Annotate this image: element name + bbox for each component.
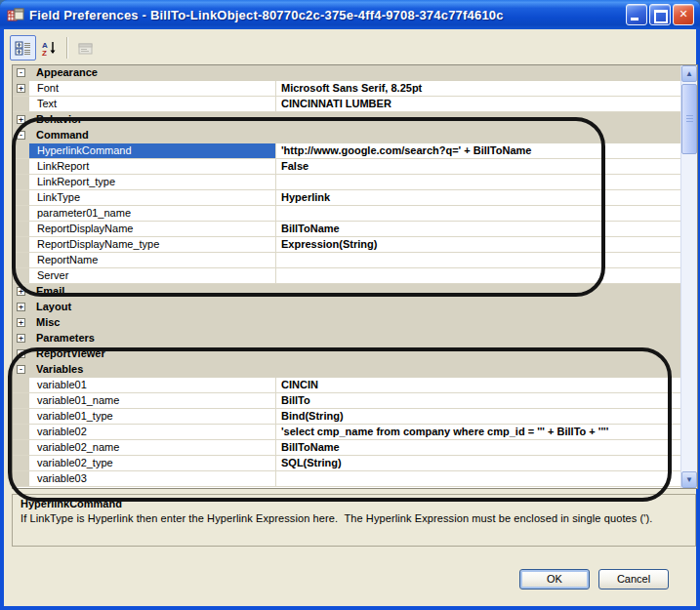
property-value[interactable]: Expression(String) <box>276 237 681 252</box>
property-name[interactable]: HyperlinkCommand <box>29 143 276 158</box>
expand-icon[interactable]: + <box>17 115 25 124</box>
category-row[interactable]: +Email <box>13 284 681 300</box>
row-gutter <box>13 190 29 205</box>
ok-button[interactable]: OK <box>519 569 590 590</box>
property-name[interactable]: variable03 <box>29 471 276 486</box>
property-name[interactable]: ReportDisplayName_type <box>29 237 276 252</box>
category-row[interactable]: +Misc <box>13 315 681 331</box>
category-row[interactable]: -Variables <box>13 362 681 378</box>
property-row[interactable]: variable01_nameBillTo <box>13 393 681 409</box>
property-row[interactable]: variable02_typeSQL(String) <box>13 456 681 471</box>
property-row[interactable]: LinkTypeHyperlink <box>13 190 681 206</box>
property-value[interactable]: 'http://www.google.com/search?q=' + Bill… <box>276 143 681 158</box>
category-label: Command <box>29 128 681 143</box>
collapse-icon[interactable]: - <box>17 365 25 374</box>
property-name[interactable]: Server <box>29 268 276 283</box>
expand-icon[interactable]: + <box>17 84 25 93</box>
close-icon: ✕ <box>679 8 687 20</box>
property-grid-toolbar: A Z <box>10 35 99 61</box>
expand-icon[interactable]: + <box>17 287 25 296</box>
maximize-button[interactable] <box>649 4 671 25</box>
property-row[interactable]: variable01_typeBind(String) <box>13 409 681 425</box>
category-label: Email <box>29 284 681 300</box>
property-value[interactable]: BillToName <box>276 222 681 236</box>
row-gutter <box>13 97 29 111</box>
property-row[interactable]: +FontMicrosoft Sans Serif, 8.25pt <box>13 81 681 97</box>
property-row[interactable]: HyperlinkCommand'http://www.google.com/s… <box>13 143 681 159</box>
property-pages-button <box>72 35 99 61</box>
property-name[interactable]: Font <box>29 81 276 96</box>
row-gutter <box>13 143 29 158</box>
property-name[interactable]: Text <box>29 97 276 111</box>
property-value[interactable]: BillToName <box>276 440 681 455</box>
close-button[interactable]: ✕ <box>673 4 694 25</box>
property-value[interactable]: 'select cmp_name from company where cmp_… <box>276 425 681 439</box>
category-row[interactable]: +ReportViewer <box>13 346 681 362</box>
property-row[interactable]: TextCINCINNATI LUMBER <box>13 97 681 112</box>
scroll-down-button[interactable]: ▼ <box>681 471 697 488</box>
category-row[interactable]: +Layout <box>13 300 681 315</box>
property-row[interactable]: Server <box>13 268 681 284</box>
expand-icon[interactable]: + <box>17 334 25 343</box>
property-row[interactable]: variable02_nameBillToName <box>13 440 681 456</box>
property-row[interactable]: parameter01_name <box>13 206 681 222</box>
property-value[interactable] <box>276 268 681 283</box>
collapse-icon[interactable]: - <box>17 68 25 77</box>
minimize-button[interactable] <box>626 4 647 25</box>
property-value[interactable]: False <box>276 159 681 174</box>
property-value[interactable]: Microsoft Sans Serif, 8.25pt <box>276 81 681 96</box>
property-row[interactable]: variable02'select cmp_name from company … <box>13 425 681 440</box>
property-name[interactable]: LinkReport <box>29 159 276 174</box>
property-name[interactable]: variable01_name <box>29 393 276 408</box>
row-gutter: + <box>13 300 29 315</box>
collapse-icon[interactable]: - <box>17 131 25 140</box>
property-row[interactable]: variable01CINCIN <box>13 378 681 393</box>
property-row[interactable]: LinkReport_type <box>13 175 681 190</box>
property-value[interactable]: Bind(String) <box>276 409 681 424</box>
cancel-button[interactable]: Cancel <box>598 569 669 590</box>
category-row[interactable]: +Parameters <box>13 331 681 346</box>
property-name[interactable]: variable01 <box>29 378 276 392</box>
property-name[interactable]: ReportName <box>29 253 276 267</box>
expand-icon[interactable]: + <box>17 349 25 358</box>
row-gutter: + <box>13 284 29 300</box>
property-value[interactable] <box>276 175 681 189</box>
row-gutter: + <box>13 331 29 346</box>
vertical-scrollbar[interactable]: ▲ ▼ <box>680 65 697 488</box>
alphabetical-button[interactable]: A Z <box>36 35 62 61</box>
property-name[interactable]: variable01_type <box>29 409 276 424</box>
property-name[interactable]: variable02_name <box>29 440 276 455</box>
property-value[interactable] <box>276 471 681 486</box>
category-row[interactable]: -Command <box>13 128 681 143</box>
property-row[interactable]: LinkReportFalse <box>13 159 681 175</box>
categorized-button[interactable] <box>10 35 36 61</box>
property-name[interactable]: ReportDisplayName <box>29 222 276 236</box>
description-text: If LinkType is Hyperlink then enter the … <box>21 512 687 524</box>
property-name[interactable]: variable02 <box>29 425 276 439</box>
property-name[interactable]: LinkType <box>29 190 276 205</box>
scroll-up-button[interactable]: ▲ <box>681 65 697 82</box>
row-gutter: - <box>13 128 29 143</box>
property-name[interactable]: parameter01_name <box>29 206 276 221</box>
category-row[interactable]: +Behavior <box>13 112 681 128</box>
scrollbar-thumb[interactable] <box>681 84 697 154</box>
row-gutter <box>13 268 29 283</box>
title-bar[interactable]: Field Preferences - BillTo-LinkObject-80… <box>0 0 700 29</box>
property-row[interactable]: ReportDisplayNameBillToName <box>13 222 681 237</box>
property-value[interactable] <box>276 206 681 221</box>
category-row[interactable]: -Appearance <box>13 65 681 81</box>
expand-icon[interactable]: + <box>17 318 25 327</box>
property-value[interactable]: SQL(String) <box>276 456 681 470</box>
property-value[interactable]: Hyperlink <box>276 190 681 205</box>
expand-icon[interactable]: + <box>17 303 25 311</box>
category-label: Appearance <box>29 65 681 81</box>
property-value[interactable] <box>276 253 681 267</box>
property-value[interactable]: CINCIN <box>276 378 681 392</box>
property-row[interactable]: ReportName <box>13 253 681 268</box>
property-name[interactable]: LinkReport_type <box>29 175 276 189</box>
property-name[interactable]: variable02_type <box>29 456 276 470</box>
property-row[interactable]: ReportDisplayName_typeExpression(String) <box>13 237 681 253</box>
property-value[interactable]: BillTo <box>276 393 681 408</box>
property-row[interactable]: variable03 <box>13 471 681 487</box>
property-value[interactable]: CINCINNATI LUMBER <box>276 97 681 111</box>
